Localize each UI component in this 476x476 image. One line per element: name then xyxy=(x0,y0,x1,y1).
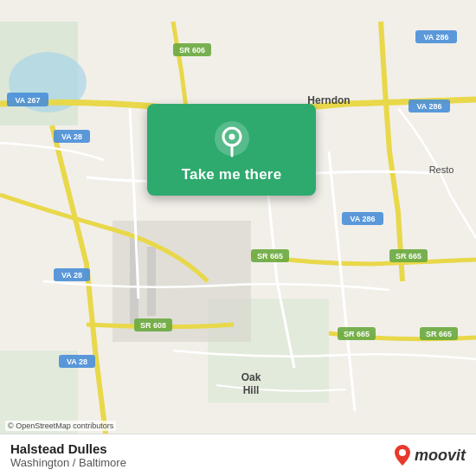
svg-text:SR 665: SR 665 xyxy=(257,252,283,261)
moovit-brand-text: moovit xyxy=(415,447,466,465)
svg-text:VA 28: VA 28 xyxy=(61,132,82,141)
svg-text:Hill: Hill xyxy=(243,384,260,396)
moovit-pin-icon xyxy=(393,444,412,466)
map-svg: VA 267 VA 28 VA 28 VA 28 SR 606 VA 286 V… xyxy=(0,0,476,476)
location-pin-icon xyxy=(213,119,251,158)
svg-rect-6 xyxy=(147,247,156,316)
take-me-there-button[interactable]: Take me there xyxy=(182,166,282,183)
svg-text:Oak: Oak xyxy=(241,371,261,383)
map-container: VA 267 VA 28 VA 28 VA 28 SR 606 VA 286 V… xyxy=(0,0,476,476)
svg-text:VA 267: VA 267 xyxy=(15,96,40,105)
osm-attribution: © OpenStreetMap contributors xyxy=(5,421,116,431)
svg-text:VA 28: VA 28 xyxy=(67,357,87,366)
bottom-bar: Halstead Dulles Washington / Baltimore m… xyxy=(0,434,476,476)
svg-text:Resto: Resto xyxy=(429,164,454,175)
location-info: Halstead Dulles Washington / Baltimore xyxy=(10,441,126,469)
svg-text:SR 606: SR 606 xyxy=(179,46,205,55)
location-region: Washington / Baltimore xyxy=(10,456,126,469)
popup-card[interactable]: Take me there xyxy=(147,104,316,196)
svg-text:SR 608: SR 608 xyxy=(140,321,166,330)
svg-text:SR 665: SR 665 xyxy=(344,330,370,338)
svg-text:VA 28: VA 28 xyxy=(61,271,82,280)
svg-point-39 xyxy=(228,134,235,140)
svg-text:VA 286: VA 286 xyxy=(350,215,375,223)
svg-point-40 xyxy=(399,449,406,456)
svg-text:SR 665: SR 665 xyxy=(396,252,421,261)
location-name: Halstead Dulles xyxy=(10,441,126,456)
svg-text:VA 286: VA 286 xyxy=(416,102,441,111)
svg-text:VA 286: VA 286 xyxy=(423,33,448,42)
svg-text:SR 665: SR 665 xyxy=(426,330,452,338)
svg-text:Herndon: Herndon xyxy=(307,94,350,106)
moovit-logo[interactable]: moovit xyxy=(393,444,466,466)
